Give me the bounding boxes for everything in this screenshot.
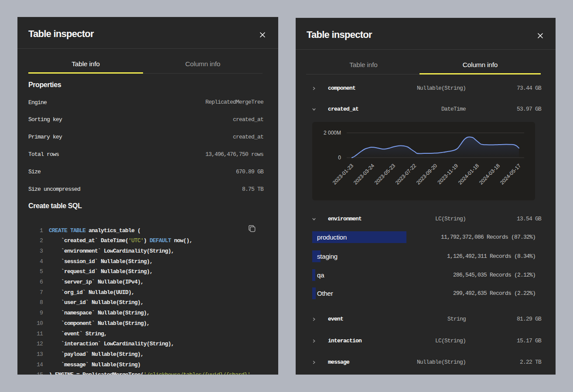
svg-text:2023-01-23: 2023-01-23 (331, 162, 355, 186)
svg-text:2023-03-24: 2023-03-24 (352, 162, 376, 186)
svg-text:2023-07-22: 2023-07-22 (394, 162, 418, 186)
svg-text:2023-05-23: 2023-05-23 (373, 162, 397, 186)
svg-text:2024-05-17: 2024-05-17 (499, 162, 522, 186)
svg-text:2 000M: 2 000M (324, 130, 341, 136)
svg-text:2023-09-20: 2023-09-20 (415, 162, 439, 186)
svg-text:2023-11-19: 2023-11-19 (437, 162, 460, 186)
svg-text:0: 0 (338, 155, 341, 161)
svg-text:2024-01-18: 2024-01-18 (457, 162, 481, 186)
svg-text:2024-03-18: 2024-03-18 (478, 162, 501, 186)
